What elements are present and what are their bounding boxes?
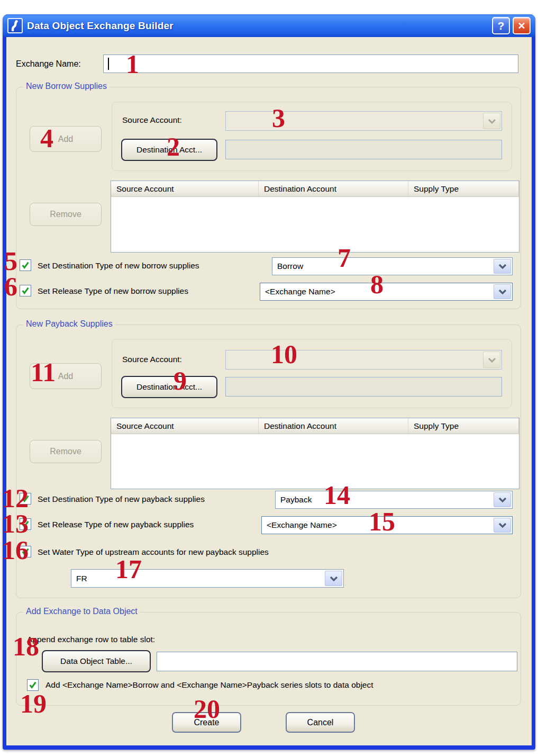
column-source-account: Source Account (111, 418, 259, 434)
borrow-destination-acct-button[interactable]: Destination Acct... (121, 139, 217, 161)
cancel-button[interactable]: Cancel (286, 712, 355, 733)
borrow-set-release-type-checkbox[interactable] (20, 285, 31, 296)
column-supply-type: Supply Type (408, 418, 519, 434)
chevron-down-icon (483, 113, 500, 129)
payback-set-water-type-label: Set Water Type of upstream accounts for … (38, 547, 269, 557)
payback-water-type-combo[interactable]: FR (71, 569, 344, 588)
chevron-down-icon (483, 352, 500, 368)
borrow-destination-field[interactable] (225, 140, 502, 159)
borrow-set-destination-type-checkbox[interactable] (20, 259, 31, 271)
payback-set-release-type-checkbox[interactable] (20, 518, 31, 530)
dialog-window: Data Object Exchange Builder ? ✕ Exchang… (3, 14, 535, 750)
column-source-account: Source Account (111, 181, 259, 196)
borrow-set-release-type-label: Set Release Type of new borrow supplies (38, 286, 188, 296)
add-series-slots-checkbox[interactable] (27, 679, 39, 691)
payback-set-release-type-label: Set Release Type of new payback supplies (38, 520, 194, 529)
exchange-name-input[interactable] (103, 55, 518, 73)
question-icon: ? (498, 20, 505, 32)
borrow-supplies-table[interactable]: Source Account Destination Account Suppl… (111, 181, 519, 253)
new-payback-supplies-title: New Payback Supplies (23, 319, 115, 329)
payback-source-account-label: Source Account: (122, 355, 182, 364)
column-supply-type: Supply Type (408, 181, 519, 196)
payback-destination-acct-button[interactable]: Destination Acct... (121, 376, 217, 398)
dialog-client-area: Exchange Name: New Borrow Supplies Add S… (6, 37, 532, 745)
append-exchange-row-label: Append exchange row to table slot: (27, 635, 155, 644)
chevron-down-icon (494, 284, 511, 299)
payback-source-account-combo[interactable] (225, 350, 502, 370)
payback-remove-button[interactable]: Remove (30, 440, 102, 463)
checkmark-icon (21, 260, 30, 270)
checkmark-icon (28, 680, 38, 690)
close-icon: ✕ (517, 20, 525, 32)
chevron-down-icon (494, 492, 511, 507)
checkmark-icon (21, 519, 30, 529)
add-series-slots-label: Add <Exchange Name>Borrow and <Exchange … (45, 680, 373, 690)
column-destination-account: Destination Account (259, 181, 408, 196)
new-borrow-supplies-title: New Borrow Supplies (23, 82, 110, 91)
text-caret (108, 58, 109, 70)
create-button[interactable]: Create (172, 712, 241, 733)
table-header: Source Account Destination Account Suppl… (111, 181, 519, 197)
payback-set-destination-type-label: Set Destination Type of new payback supp… (38, 494, 205, 504)
payback-destination-type-combo[interactable]: Payback (275, 491, 513, 509)
add-exchange-to-data-object-group: Add Exchange to Data Object Append excha… (16, 612, 521, 706)
borrow-remove-button[interactable]: Remove (30, 203, 102, 226)
borrow-destination-type-combo[interactable]: Borrow (272, 257, 513, 275)
borrow-set-destination-type-label: Set Destination Type of new borrow suppl… (38, 261, 199, 271)
table-header: Source Account Destination Account Suppl… (111, 418, 519, 434)
borrow-add-button[interactable]: Add (30, 126, 102, 152)
riverware-app-icon (7, 18, 23, 33)
checkmark-icon (21, 547, 30, 556)
borrow-release-type-combo[interactable]: <Exchange Name> (260, 283, 513, 301)
payback-destination-field[interactable] (225, 377, 502, 397)
borrow-source-account-combo[interactable] (225, 111, 502, 131)
chevron-down-icon (494, 518, 511, 533)
checkmark-icon (21, 494, 30, 503)
title-bar: Data Object Exchange Builder ? ✕ (3, 14, 535, 37)
payback-supplies-table[interactable]: Source Account Destination Account Suppl… (111, 418, 519, 489)
payback-add-button[interactable]: Add (30, 363, 102, 389)
payback-set-destination-type-checkbox[interactable] (20, 493, 31, 505)
payback-set-water-type-checkbox[interactable] (20, 546, 31, 557)
borrow-source-account-label: Source Account: (122, 115, 182, 125)
payback-release-type-combo[interactable]: <Exchange Name> (261, 516, 513, 534)
new-borrow-supplies-group: New Borrow Supplies Add Source Account: … (16, 87, 521, 309)
new-payback-supplies-group: New Payback Supplies Add Source Account:… (16, 325, 521, 598)
table-slot-field[interactable] (157, 652, 517, 671)
close-button[interactable]: ✕ (513, 17, 531, 34)
chevron-down-icon (494, 259, 511, 274)
column-destination-account: Destination Account (259, 418, 408, 434)
window-title: Data Object Exchange Builder (27, 20, 489, 32)
data-object-table-button[interactable]: Data Object Table... (42, 650, 151, 672)
checkmark-icon (21, 286, 30, 295)
add-exchange-to-data-object-title: Add Exchange to Data Object (23, 607, 140, 616)
chevron-down-icon (325, 571, 342, 586)
exchange-name-label: Exchange Name: (16, 59, 81, 69)
help-button[interactable]: ? (492, 17, 510, 34)
